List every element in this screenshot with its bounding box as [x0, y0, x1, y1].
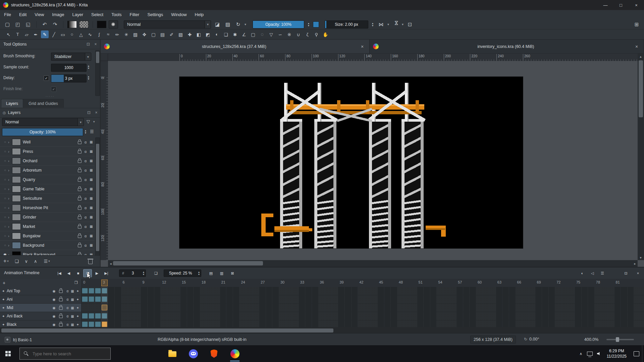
zoom-tool[interactable]: ⚲: [313, 31, 320, 38]
speed-spinner[interactable]: ▴▾: [197, 271, 201, 276]
measure-tool[interactable]: ∠: [240, 31, 248, 38]
scroll-up-icon[interactable]: ▴: [638, 54, 643, 59]
taskbar-search[interactable]: [19, 348, 111, 360]
menu-layer[interactable]: Layer: [68, 10, 87, 19]
menu-edit[interactable]: Edit: [15, 10, 31, 19]
document-tab-structures[interactable]: structures_128x256.kra (37.4 MiB) ×: [101, 40, 370, 53]
layer-row[interactable]: ○›Orchardα▦: [0, 156, 94, 166]
pan-tool[interactable]: ✋: [322, 31, 329, 38]
tab-layers[interactable]: Layers: [1, 99, 23, 108]
frame-cell-2[interactable]: [95, 321, 101, 327]
transform-tool[interactable]: ▧: [131, 31, 139, 38]
delete-layer-icon[interactable]: [88, 260, 93, 264]
brush-preset-chooser[interactable]: [109, 20, 118, 28]
inherit-alpha-icon[interactable]: ▦: [88, 159, 94, 163]
similar-color-select-tool[interactable]: ※: [285, 31, 293, 38]
finish-line-checkbox[interactable]: ✓: [51, 86, 56, 92]
onion-icon[interactable]: ✦: [76, 314, 79, 318]
stop-button[interactable]: ■: [74, 269, 83, 277]
lock-icon[interactable]: [59, 315, 63, 318]
inherit-alpha-icon[interactable]: ▦: [88, 140, 94, 144]
alpha-icon[interactable]: α: [83, 168, 88, 172]
frame-cell-2[interactable]: [95, 313, 101, 319]
layer-row[interactable]: ○›Bungalowα▦: [0, 231, 94, 241]
onion-icon[interactable]: ✦: [76, 323, 79, 326]
move-tool[interactable]: ✥: [141, 31, 148, 38]
bezier-select-tool[interactable]: ζ: [304, 31, 311, 38]
delay-spinner[interactable]: ▴▾: [87, 75, 91, 80]
canvas-artwork[interactable]: [179, 77, 523, 248]
layer-row[interactable]: ○›Marketα▦: [0, 222, 94, 231]
frame-cell-2[interactable]: [95, 288, 101, 294]
lock-icon[interactable]: [78, 226, 82, 229]
blending-mode-combo[interactable]: Normal ▾: [124, 20, 211, 28]
add-duplicate-frame-icon[interactable]: ▥: [217, 269, 226, 277]
freehand-select-tool[interactable]: ∽: [276, 31, 284, 38]
visibility-icon[interactable]: ◉: [53, 323, 56, 326]
scroll-left-icon[interactable]: ◂: [108, 261, 113, 266]
timeline-menu-icon[interactable]: ☰: [598, 269, 607, 277]
alpha-icon[interactable]: α: [83, 234, 88, 238]
ellipse-tool[interactable]: ○: [68, 31, 76, 38]
add-timeline-layer-icon[interactable]: +: [3, 280, 5, 286]
onion-skins-icon[interactable]: ◐: [578, 269, 587, 277]
inherit-alpha-icon[interactable]: ▦: [71, 314, 74, 318]
inherit-alpha-icon[interactable]: ▦: [88, 243, 94, 247]
menu-settings[interactable]: Settings: [143, 10, 167, 19]
alpha-icon[interactable]: α: [83, 178, 88, 182]
expand-icon[interactable]: ›: [8, 215, 11, 219]
start-button[interactable]: [0, 345, 16, 362]
alpha-icon[interactable]: α: [66, 289, 68, 293]
timeline-row[interactable]: ✦Mid◉α▦✦: [0, 304, 644, 312]
action-center-icon[interactable]: [631, 351, 642, 356]
undo-icon[interactable]: ↶: [41, 20, 49, 28]
alpha-icon[interactable]: α: [66, 314, 68, 318]
ellipse-select-tool[interactable]: ◌: [258, 31, 266, 38]
expand-icon[interactable]: ›: [8, 178, 11, 182]
layer-row[interactable]: ○›Wellα▦: [0, 137, 94, 147]
rotation-icon[interactable]: ↻: [524, 337, 527, 342]
duplicate-layer-icon[interactable]: ❏: [15, 259, 19, 264]
tray-chevron-icon[interactable]: ∧: [577, 352, 585, 356]
delete-frame-icon[interactable]: ⊠: [228, 269, 237, 277]
layer-properties-icon[interactable]: ☰: [44, 259, 48, 264]
visibility-toggle-icon[interactable]: ◉: [2, 252, 8, 255]
visibility-icon[interactable]: ◉: [53, 289, 56, 293]
text-tool[interactable]: T: [14, 31, 21, 38]
menu-image[interactable]: Image: [48, 10, 68, 19]
inherit-alpha-icon[interactable]: ▦: [71, 298, 74, 301]
visibility-toggle-icon[interactable]: ○: [2, 159, 8, 163]
layer-opacity-slider[interactable]: Opacity: 100%: [2, 128, 83, 136]
previous-frame-button[interactable]: ◀: [64, 269, 73, 277]
title-bar[interactable]: structures_128x256.kra (37.4 MiB) - Krit…: [0, 0, 644, 10]
timeline-layer-header[interactable]: ✦Ani Top◉α▦✦: [0, 287, 82, 295]
lock-icon[interactable]: [78, 207, 82, 210]
menu-filter[interactable]: Filter: [125, 10, 143, 19]
lock-icon[interactable]: [78, 197, 82, 200]
open-document-icon[interactable]: ◰: [14, 20, 22, 28]
color-sampler-tool[interactable]: ✐: [168, 31, 175, 38]
expand-icon[interactable]: ›: [8, 225, 11, 229]
menu-tools[interactable]: Tools: [107, 10, 125, 19]
timeline-row[interactable]: ✦Ani◉α▦✦: [0, 295, 644, 304]
expand-icon[interactable]: ›: [8, 140, 11, 144]
visibility-toggle-icon[interactable]: ○: [2, 215, 8, 219]
eraser-mode-icon[interactable]: ◪: [213, 20, 221, 28]
alpha-icon[interactable]: α: [66, 298, 68, 301]
alpha-icon[interactable]: α: [83, 243, 88, 247]
expand-icon[interactable]: ›: [8, 168, 11, 172]
alpha-icon[interactable]: α: [66, 306, 68, 310]
onion-icon[interactable]: ✦: [76, 289, 79, 293]
chevron-down-icon[interactable]: ▾: [402, 22, 404, 26]
frame-cell-1[interactable]: [89, 313, 95, 319]
visibility-toggle-icon[interactable]: ○: [2, 196, 8, 200]
freehand-brush-tool[interactable]: ✎: [41, 31, 49, 38]
close-panel-icon[interactable]: ×: [634, 269, 642, 277]
visibility-toggle-icon[interactable]: ○: [2, 206, 8, 209]
scroll-down-icon[interactable]: ▾: [638, 255, 643, 260]
close-tab-icon[interactable]: ×: [359, 44, 366, 49]
alpha-icon[interactable]: α: [83, 215, 88, 219]
visibility-icon[interactable]: ◉: [53, 314, 56, 318]
delay-checkbox[interactable]: ✓: [44, 75, 49, 81]
expand-icon[interactable]: ›: [8, 253, 11, 255]
